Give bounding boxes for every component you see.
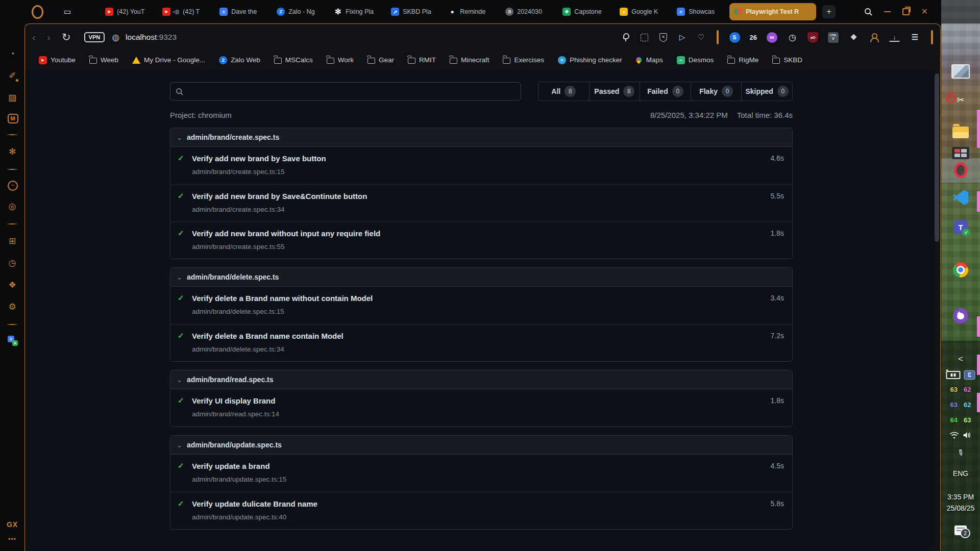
bookmark-heart-icon[interactable]: ♡ <box>697 33 706 42</box>
snipping-tool-icon[interactable]: ✂ <box>941 94 980 106</box>
test-row[interactable]: ✓ Verify add new brand without input any… <box>170 221 792 259</box>
mods-manager-icon[interactable]: M <box>8 114 18 123</box>
test-row[interactable]: ✓ Verify add new brand by Save&Continute… <box>170 184 792 221</box>
bookmark-folder-minecraft[interactable]: Minecraft <box>450 56 489 64</box>
test-row[interactable]: ✓ Verify update a brand admin/brand/upda… <box>170 455 792 492</box>
tab-tiles-icon[interactable]: ⊞ <box>6 235 18 247</box>
bookmark-folder-mscalcs[interactable]: MSCalcs <box>274 56 313 64</box>
browser-tab-playwright-active[interactable]: Playwright Test R <box>729 3 816 20</box>
tab-search-icon[interactable] <box>864 8 872 16</box>
volume-icon[interactable] <box>963 432 972 439</box>
bookmark-folder-exercises[interactable]: Exercises <box>503 56 544 64</box>
bookmark-folder-skbd[interactable]: SKBD <box>772 56 802 64</box>
forward-icon[interactable]: › <box>47 32 51 42</box>
test-row[interactable]: ✓ Verify delete a Brand name without con… <box>170 287 792 324</box>
settings-gear-icon[interactable]: ⚙ <box>6 301 18 313</box>
shazam-extension-icon[interactable]: S <box>729 32 740 43</box>
browser-tab-chatgpt[interactable]: ✻ Fixing Pla <box>329 3 384 20</box>
test-row[interactable]: ✓ Verify UI display Brand admin/brand/re… <box>170 389 792 427</box>
spec-group-header[interactable]: ⌄admin/brand/read.spec.ts <box>170 370 792 389</box>
profile-icon[interactable] <box>869 32 879 43</box>
google-translate-icon[interactable]: aA <box>8 336 18 346</box>
photos-app-icon[interactable] <box>951 64 970 79</box>
alarm-extension-icon[interactable]: ◷ <box>787 32 798 43</box>
downloads-icon[interactable]: ↓ <box>889 33 900 42</box>
filter-tab-all[interactable]: All8 <box>538 82 589 101</box>
aria-ai-icon[interactable]: ✻ <box>6 146 18 158</box>
tray-expand-chevron[interactable]: < <box>958 354 963 364</box>
spec-group-header[interactable]: ⌄admin/brand/update.spec.ts <box>170 436 792 455</box>
filter-tab-passed[interactable]: Passed8 <box>589 82 640 101</box>
browser-tab-showcase[interactable]: ≡ Showcas <box>672 3 727 20</box>
messenger-icon[interactable]: ~ <box>8 181 18 191</box>
chrome-taskbar-icon[interactable] <box>953 262 968 278</box>
bookmark-desmos[interactable]: ~Desmos <box>677 56 714 64</box>
gx-corner-button[interactable]: GX <box>7 520 18 529</box>
keyboard-app-icon[interactable] <box>952 147 969 159</box>
vscode-taskbar-icon[interactable] <box>953 190 968 205</box>
test-row[interactable]: ✓ Verify update dulicate Brand name admi… <box>170 492 792 529</box>
browser-tab-youtube-1[interactable]: ▶ (42) YouT <box>101 3 156 20</box>
gx-cleaner-icon[interactable]: ✐ <box>6 70 18 82</box>
gx-mods-icon[interactable]: ▨ <box>6 92 18 104</box>
new-tab-button[interactable]: + <box>822 5 836 18</box>
bookmark-maps[interactable]: Maps <box>636 56 663 64</box>
restore-button[interactable] <box>902 8 910 15</box>
opera-gx-taskbar-icon[interactable] <box>954 162 967 178</box>
tray-hardware-icons[interactable]: Ɛ <box>946 370 975 380</box>
back-icon[interactable]: ‹ <box>32 32 36 42</box>
minimize-button[interactable] <box>884 11 891 13</box>
bookmark-folder-weeb[interactable]: Weeb <box>89 56 118 64</box>
browser-tab-youtube-2[interactable]: ▶ ◁)) (42) T <box>158 3 213 20</box>
speed-dial-icon[interactable]: ◔ <box>6 48 18 60</box>
bookmark-drive[interactable]: My Drive - Google... <box>132 56 205 64</box>
scrollbar-thumb[interactable] <box>935 73 939 242</box>
filter-tab-skipped[interactable]: Skipped0 <box>741 82 792 101</box>
spec-group-header[interactable]: ⌄admin/brand/delete.spec.ts <box>170 268 792 287</box>
notification-center-icon[interactable]: 2 <box>954 525 967 535</box>
snapshot-icon[interactable] <box>640 33 649 42</box>
filter-tab-flaky[interactable]: Flaky0 <box>691 82 742 101</box>
vpn-badge[interactable]: VPN <box>84 32 105 42</box>
purple-extension-icon[interactable]: ∞ <box>767 32 777 43</box>
github-desktop-taskbar-icon[interactable] <box>953 308 968 323</box>
bookmark-folder-gear[interactable]: Gear <box>368 56 394 64</box>
history-icon[interactable]: ◷ <box>6 257 18 269</box>
tab-audio-icon[interactable]: ◁)) <box>173 9 179 14</box>
sidebar-more-button[interactable]: ••• <box>8 536 16 543</box>
browser-tab-keep[interactable]: ● Google K <box>615 3 670 20</box>
browser-tab-2024030[interactable]: S 2024030 <box>501 3 556 20</box>
spec-group-header[interactable]: ⌄admin/brand/create.spec.ts <box>170 128 792 147</box>
clock-time[interactable]: 3:35 PM <box>947 493 974 501</box>
language-indicator[interactable]: ENG <box>953 469 968 478</box>
ublock-origin-icon[interactable]: uO <box>807 32 818 43</box>
ctrl-v-extension-icon[interactable]: CTRLV <box>828 32 839 43</box>
instagram-icon[interactable]: ◎ <box>6 201 18 213</box>
browser-tab-skbd[interactable]: ↗ SKBD Pla <box>386 3 442 20</box>
tab-counter-extension[interactable]: 26 <box>750 32 757 43</box>
page-scrollbar[interactable] <box>934 69 940 550</box>
site-globe-icon[interactable]: ◍ <box>112 32 119 43</box>
clock-date[interactable]: 25/08/25 <box>947 504 975 512</box>
close-button[interactable]: ✕ <box>921 8 928 16</box>
tray-network-volume[interactable] <box>950 432 972 439</box>
file-explorer-icon[interactable] <box>952 127 969 138</box>
adblock-shield-icon[interactable]: ✕ <box>659 33 668 42</box>
extensions-puzzle-icon[interactable]: ❖ <box>848 32 859 43</box>
wifi-icon[interactable] <box>950 432 959 439</box>
browser-tab-sheets[interactable]: ✚ Capstone <box>558 3 613 20</box>
pin-icon[interactable] <box>621 33 630 42</box>
bookmark-youtube[interactable]: ▶Youtube <box>39 56 76 64</box>
test-row[interactable]: ✓ Verify delete a Brand name contain Mod… <box>170 324 792 361</box>
teams-taskbar-icon[interactable]: T✓ <box>954 220 968 234</box>
reload-icon[interactable]: ↻ <box>62 32 71 42</box>
bookmark-folder-rmit[interactable]: RMIT <box>408 56 436 64</box>
bookmark-zalo[interactable]: ZZalo Web <box>219 56 260 64</box>
browser-tab-zalo[interactable]: Z Zalo - Ng <box>272 3 327 20</box>
address-url[interactable]: localhost:9323 <box>126 33 177 42</box>
bookmark-folder-rigme[interactable]: RigMe <box>727 56 758 64</box>
bookmark-phishing-checker[interactable]: ≈Phishing checker <box>558 56 622 64</box>
test-row[interactable]: ✓ Verify add new brand by Save button ad… <box>170 147 792 184</box>
extensions-icon[interactable]: ❖ <box>6 279 18 291</box>
my-flow-send-icon[interactable]: ▷ <box>678 33 687 42</box>
